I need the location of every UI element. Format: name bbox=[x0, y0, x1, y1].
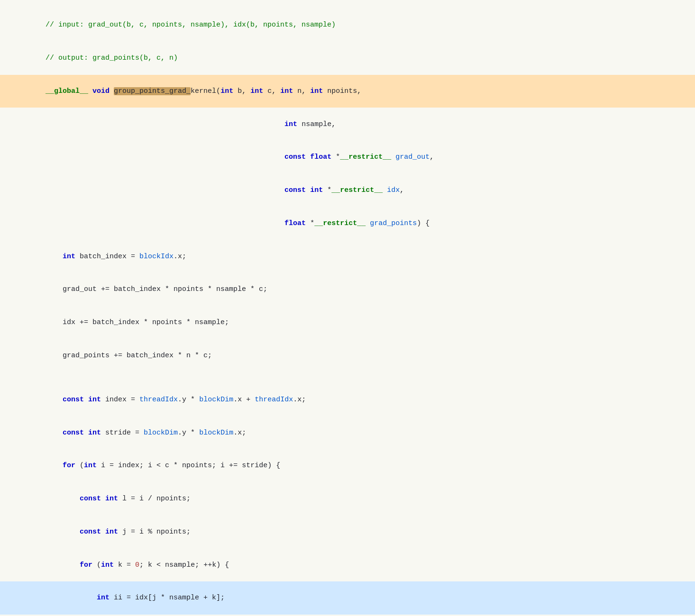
code-line-11: grad_points += batch_index * n * c; bbox=[0, 339, 695, 372]
line-text-14: const int stride = blockDim.y * blockDim… bbox=[18, 416, 695, 449]
line-text-19: int ii = idx[j * nsample + k]; bbox=[18, 581, 695, 615]
code-line-6: const int *__restrict__ idx, bbox=[0, 174, 695, 207]
code-line-15: for (int i = index; i < c * npoints; i +… bbox=[0, 449, 695, 482]
code-container: // input: grad_out(b, c, npoints, nsampl… bbox=[0, 0, 695, 616]
kw-void: void bbox=[92, 87, 110, 95]
line-text-16: const int l = i / npoints; bbox=[18, 482, 695, 516]
code-line-16: const int l = i / npoints; bbox=[0, 482, 695, 516]
line-text-9: grad_out += batch_index * npoints * nsam… bbox=[18, 273, 695, 306]
code-line-18: for (int k = 0; k < nsample; ++k) { bbox=[0, 548, 695, 581]
code-line-17: const int j = i % npoints; bbox=[0, 516, 695, 549]
code-line-10: idx += batch_index * npoints * nsample; bbox=[0, 306, 695, 339]
line-text-13: const int index = threadIdx.y * blockDim… bbox=[18, 383, 695, 417]
line-text-8: int batch_index = blockIdx.x; bbox=[18, 240, 695, 273]
code-line-7: float *__restrict__ grad_points) { bbox=[0, 207, 695, 240]
code-line-9: grad_out += batch_index * npoints * nsam… bbox=[0, 273, 695, 306]
code-line-13: const int index = threadIdx.y * blockDim… bbox=[0, 383, 695, 417]
line-text-11: grad_points += batch_index * n * c; bbox=[18, 339, 695, 372]
code-line-4: int nsample, bbox=[0, 108, 695, 141]
line-text-6: const int *__restrict__ idx, bbox=[18, 174, 695, 207]
code-line-8: int batch_index = blockIdx.x; bbox=[0, 240, 695, 273]
line-text-18: for (int k = 0; k < nsample; ++k) { bbox=[18, 548, 695, 581]
line-text-7: float *__restrict__ grad_points) { bbox=[18, 207, 695, 240]
kw-global: __global__ bbox=[46, 87, 88, 95]
code-line-19: int ii = idx[j * nsample + k]; bbox=[0, 581, 695, 615]
line-text-10: idx += batch_index * npoints * nsample; bbox=[18, 306, 695, 339]
line-text-15: for (int i = index; i < c * npoints; i +… bbox=[18, 449, 695, 482]
code-line-3: __global__ void group_points_grad_kernel… bbox=[0, 75, 695, 108]
line-text-3: __global__ void group_points_grad_kernel… bbox=[18, 75, 695, 108]
comment-1: // input: grad_out(b, c, npoints, nsampl… bbox=[46, 21, 336, 29]
code-line-5: const float *__restrict__ grad_out, bbox=[0, 141, 695, 174]
code-line-blank1 bbox=[0, 372, 695, 383]
line-text-blank1 bbox=[18, 372, 695, 383]
line-text-2: // output: grad_points(b, c, n) bbox=[18, 42, 695, 75]
line-text-4: int nsample, bbox=[18, 108, 695, 141]
fn-name-highlight: group_points_grad_ bbox=[114, 87, 191, 95]
code-line-1: // input: grad_out(b, c, npoints, nsampl… bbox=[0, 9, 695, 42]
code-line-14: const int stride = blockDim.y * blockDim… bbox=[0, 416, 695, 449]
line-text-17: const int j = i % npoints; bbox=[18, 516, 695, 549]
code-line-2: // output: grad_points(b, c, n) bbox=[0, 42, 695, 75]
comment-2: // output: grad_points(b, c, n) bbox=[46, 54, 178, 62]
line-text-5: const float *__restrict__ grad_out, bbox=[18, 141, 695, 174]
line-text-1: // input: grad_out(b, c, npoints, nsampl… bbox=[18, 9, 695, 42]
